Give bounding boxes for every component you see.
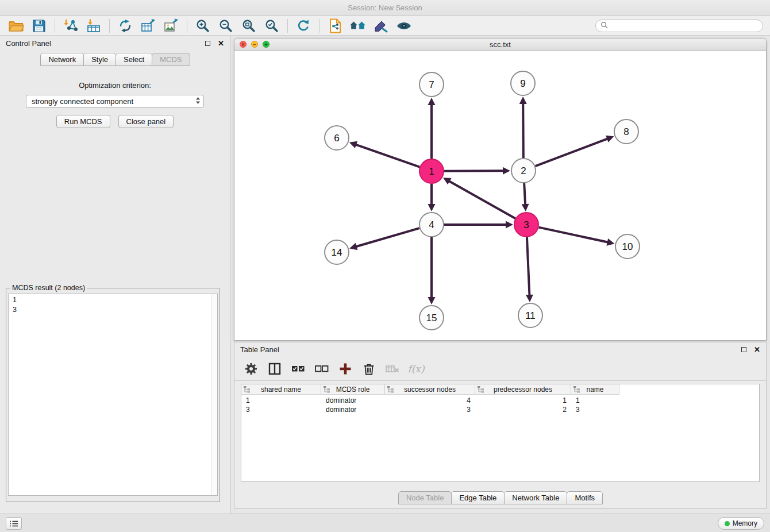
- node-table-header: shared nameMCDS rolesuccessor nodesprede…: [241, 384, 759, 395]
- network-window-title: scc.txt: [490, 40, 511, 49]
- split-columns-icon[interactable]: [266, 360, 283, 377]
- graph-node-15[interactable]: 15: [419, 306, 444, 330]
- graph-node-1[interactable]: 1: [419, 159, 444, 183]
- column-tree-icon: [573, 385, 580, 395]
- zoom-in-icon[interactable]: [191, 17, 214, 34]
- copy-network-icon[interactable]: [324, 17, 346, 34]
- graph-node-14[interactable]: 14: [325, 240, 349, 264]
- graph-node-2[interactable]: 2: [511, 159, 536, 183]
- tab-network-table[interactable]: Network Table: [504, 491, 567, 504]
- column-tree-icon: [477, 385, 484, 395]
- column-header-name[interactable]: name: [571, 384, 619, 395]
- graph-node-7[interactable]: 7: [419, 72, 444, 97]
- network-window-titlebar[interactable]: × − + scc.txt: [234, 38, 766, 51]
- run-mcds-button[interactable]: Run MCDS: [56, 115, 110, 128]
- open-session-icon[interactable]: [5, 17, 28, 34]
- graph-node-11[interactable]: 11: [518, 303, 542, 327]
- tab-edge-table[interactable]: Edge Table: [451, 491, 505, 504]
- control-panel: Control Panel ✕ NetworkStyleSelectMCDS O…: [0, 36, 230, 514]
- column-header-successor-nodes[interactable]: successor nodes: [385, 384, 475, 395]
- column-header-predecessor-nodes[interactable]: predecessor nodes: [475, 384, 571, 395]
- tab-motifs[interactable]: Motifs: [567, 491, 603, 504]
- zoom-selected-icon[interactable]: [260, 17, 283, 34]
- tab-mcds[interactable]: MCDS: [152, 53, 190, 66]
- main-toolbar: [0, 16, 770, 36]
- svg-text:4: 4: [429, 219, 434, 230]
- result-scrollbar[interactable]: [211, 294, 217, 495]
- table-cell: 3: [571, 406, 619, 414]
- home-pair-icon[interactable]: [346, 17, 369, 34]
- dropdown-value: strongly connected component: [32, 97, 195, 106]
- graph-node-3[interactable]: 3: [514, 213, 538, 237]
- traffic-lights: × − +: [240, 41, 270, 48]
- import-table-icon[interactable]: [82, 17, 105, 34]
- column-header-shared-name[interactable]: shared name: [241, 384, 321, 395]
- zoom-fit-icon[interactable]: [237, 17, 260, 34]
- table-row[interactable]: 3dominator323: [241, 405, 759, 414]
- graph-node-6[interactable]: 6: [325, 126, 349, 150]
- export-network-icon[interactable]: [114, 17, 137, 34]
- search-input[interactable]: [611, 22, 758, 30]
- deselect-all-icon[interactable]: [313, 360, 330, 377]
- svg-text:8: 8: [623, 126, 629, 137]
- import-network-icon[interactable]: [59, 17, 82, 34]
- table-row[interactable]: 1dominator411: [241, 396, 759, 405]
- style-brush-icon[interactable]: [369, 17, 392, 34]
- toolbar-separator: [319, 19, 319, 33]
- svg-text:2: 2: [521, 165, 526, 176]
- eye-icon[interactable]: [392, 17, 415, 34]
- delete-column-icon: [384, 360, 401, 377]
- tab-network[interactable]: Network: [40, 53, 84, 66]
- memory-label: Memory: [733, 519, 757, 527]
- close-table-panel-icon[interactable]: ✕: [754, 346, 760, 353]
- refresh-icon[interactable]: [292, 17, 315, 34]
- column-header-MCDS-role[interactable]: MCDS role: [321, 384, 385, 395]
- dropdown-stepper-icon: [195, 97, 201, 106]
- select-all-icon[interactable]: [290, 360, 307, 377]
- tab-select[interactable]: Select: [116, 53, 152, 66]
- delete-row-icon[interactable]: [360, 360, 378, 377]
- node-table-body: 1dominator4113dominator323: [241, 395, 759, 414]
- column-tree-icon: [387, 385, 394, 395]
- toolbar-separator: [109, 19, 110, 33]
- mcds-buttons: Run MCDS Close panel: [0, 115, 230, 128]
- mcds-result-list[interactable]: 13: [8, 294, 218, 496]
- table-panel-title: Table Panel: [240, 345, 279, 354]
- table-cell: 3: [385, 406, 475, 414]
- close-panel-button[interactable]: Close panel: [118, 115, 174, 128]
- function-icon: f(x): [407, 360, 425, 377]
- zoom-window-icon[interactable]: +: [263, 41, 270, 48]
- graph-node-8[interactable]: 8: [614, 119, 638, 144]
- minimize-window-icon[interactable]: −: [251, 41, 258, 48]
- table-cell: 4: [385, 396, 475, 404]
- svg-text:7: 7: [429, 79, 434, 90]
- float-panel-icon[interactable]: [205, 41, 210, 46]
- memory-button[interactable]: Memory: [718, 517, 764, 530]
- network-canvas-svg[interactable]: 7968124314101511: [234, 51, 766, 340]
- gear-icon[interactable]: [242, 360, 260, 377]
- search-box[interactable]: [595, 20, 763, 32]
- export-table-icon[interactable]: [137, 17, 160, 34]
- close-window-icon[interactable]: ×: [240, 41, 247, 48]
- memory-status-icon: [725, 521, 730, 526]
- panel-list-button[interactable]: [6, 517, 22, 530]
- optimization-dropdown[interactable]: strongly connected component: [26, 95, 204, 108]
- close-panel-icon[interactable]: ✕: [218, 40, 224, 47]
- save-session-icon[interactable]: [28, 17, 51, 34]
- table-toolbar-icons: f(x): [234, 357, 766, 381]
- graph-node-10[interactable]: 10: [615, 234, 640, 259]
- mcds-result-group: MCDS result (2 nodes) 13: [6, 284, 220, 502]
- graph-node-9[interactable]: 9: [511, 71, 535, 95]
- add-row-icon[interactable]: [337, 360, 354, 377]
- float-table-panel-icon[interactable]: [741, 347, 746, 352]
- toolbar-separator: [287, 19, 288, 33]
- export-image-icon[interactable]: [160, 17, 183, 34]
- window-titlebar: Session: New Session: [0, 0, 770, 16]
- tab-style[interactable]: Style: [83, 53, 116, 66]
- graph-node-4[interactable]: 4: [419, 213, 444, 237]
- svg-text:11: 11: [525, 310, 536, 321]
- tab-node-table[interactable]: Node Table: [398, 491, 452, 504]
- column-tree-icon: [243, 385, 251, 395]
- table-cell: 1: [475, 396, 571, 404]
- zoom-out-icon[interactable]: [214, 17, 237, 34]
